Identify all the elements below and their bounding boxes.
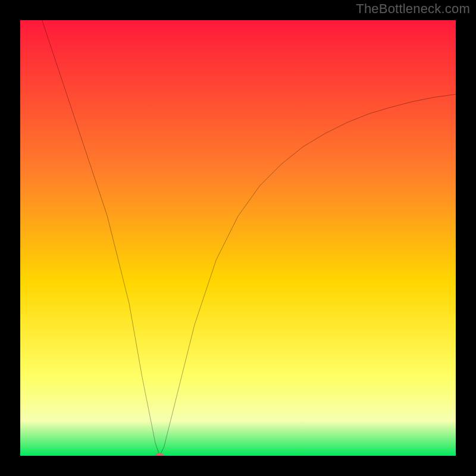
watermark-text: TheBottleneck.com xyxy=(356,1,470,17)
chart-container: TheBottleneck.com xyxy=(0,0,476,476)
bottleneck-chart xyxy=(20,20,456,456)
gradient-background xyxy=(20,20,456,456)
